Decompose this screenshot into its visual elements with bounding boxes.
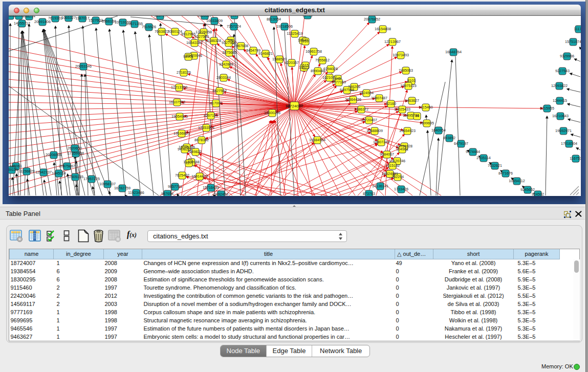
svg-text:988214: 988214 (23, 16, 35, 18)
svg-text:8813054: 8813054 (267, 17, 281, 21)
svg-text:12093822: 12093822 (551, 83, 568, 88)
svg-text:1244415: 1244415 (553, 98, 567, 103)
svg-text:8990448: 8990448 (311, 69, 325, 73)
svg-text:1615132: 1615132 (385, 163, 400, 168)
svg-text:9777169: 9777169 (332, 80, 346, 84)
svg-text:9857791: 9857791 (168, 184, 182, 189)
svg-text:20364436: 20364436 (345, 97, 361, 102)
svg-text:7632621: 7632621 (488, 163, 502, 168)
svg-text:11174: 11174 (574, 27, 581, 31)
svg-text:19692971: 19692971 (555, 128, 572, 133)
svg-text:44: 44 (415, 114, 419, 118)
svg-text:6479197: 6479197 (454, 141, 468, 146)
svg-text:16961758: 16961758 (306, 49, 322, 54)
svg-text:20998: 20998 (14, 16, 24, 18)
svg-text:15716485: 15716485 (203, 185, 219, 190)
svg-text:987654: 987654 (161, 191, 173, 196)
svg-text:16543382: 16543382 (186, 40, 203, 45)
svg-text:1065527: 1065527 (198, 16, 212, 18)
svg-text:8912955: 8912955 (181, 32, 195, 36)
svg-text:10973493: 10973493 (393, 53, 409, 57)
svg-text:9245652: 9245652 (520, 187, 535, 192)
svg-text:6497568: 6497568 (340, 87, 354, 92)
svg-text:910: 910 (302, 39, 309, 43)
svg-text:1527602: 1527602 (89, 18, 103, 23)
svg-text:9242848: 9242848 (219, 62, 233, 67)
svg-text:9360124: 9360124 (168, 29, 182, 34)
svg-text:9146821: 9146821 (258, 51, 273, 56)
svg-text:893892: 893892 (443, 136, 455, 140)
svg-text:19054925: 19054925 (171, 114, 188, 119)
svg-text:12505135: 12505135 (67, 174, 83, 179)
svg-text:116753: 116753 (570, 156, 581, 161)
svg-text:20053346: 20053346 (75, 64, 92, 69)
svg-text:19384554: 19384554 (309, 138, 325, 142)
svg-text:8427552: 8427552 (212, 89, 227, 93)
svg-text:19166825: 19166825 (173, 131, 190, 136)
svg-text:127: 127 (186, 161, 192, 165)
svg-text:18300295: 18300295 (264, 111, 280, 115)
svg-text:16782759: 16782759 (114, 186, 130, 190)
svg-text:20876852: 20876852 (364, 17, 380, 21)
svg-text:7485063: 7485063 (399, 68, 413, 73)
svg-text:98901: 98901 (183, 54, 193, 59)
svg-text:12213967: 12213967 (384, 39, 401, 44)
svg-text:2935114: 2935114 (476, 156, 490, 160)
svg-text:8267150: 8267150 (204, 113, 218, 118)
svg-text:417006: 417006 (210, 101, 222, 105)
svg-text:17957225: 17957225 (83, 177, 100, 181)
svg-text:19975115: 19975115 (400, 83, 416, 88)
svg-text:7663822: 7663822 (155, 29, 169, 34)
svg-text:1640954: 1640954 (431, 128, 446, 133)
svg-text:7515526: 7515526 (142, 25, 156, 29)
svg-text:615: 615 (302, 63, 309, 68)
svg-text:939159: 939159 (9, 167, 18, 172)
svg-text:16914479: 16914479 (191, 174, 208, 179)
svg-text:1092450: 1092450 (214, 192, 228, 196)
svg-text:12942737: 12942737 (35, 170, 52, 174)
svg-text:16671355: 16671355 (126, 21, 143, 26)
svg-text:14055712: 14055712 (14, 21, 30, 26)
svg-text:10688609: 10688609 (366, 128, 383, 133)
svg-text:818304: 818304 (228, 16, 241, 17)
svg-text:9084067: 9084067 (380, 152, 394, 157)
svg-text:2803144: 2803144 (216, 75, 231, 80)
svg-text:19218506: 19218506 (276, 24, 293, 29)
svg-text:62160: 62160 (386, 101, 396, 106)
svg-text:20206506: 20206506 (46, 152, 62, 157)
svg-text:8186328: 8186328 (207, 38, 221, 43)
svg-text:8678352: 8678352 (194, 138, 209, 142)
svg-text:16154808: 16154808 (375, 27, 391, 31)
svg-text:95723: 95723 (302, 16, 313, 17)
svg-text:2967608: 2967608 (234, 43, 248, 48)
svg-text:873763: 873763 (363, 191, 375, 196)
svg-text:3824554: 3824554 (359, 91, 374, 95)
svg-text:8215955: 8215955 (540, 106, 554, 111)
svg-text:1345114: 1345114 (52, 171, 66, 176)
svg-text:9474444: 9474444 (466, 149, 480, 154)
svg-text:16107552: 16107552 (169, 100, 185, 104)
svg-text:9329966: 9329966 (560, 54, 574, 58)
svg-text:1733426: 1733426 (394, 187, 408, 191)
svg-text:18724007: 18724007 (285, 104, 303, 108)
svg-text:924502: 924502 (532, 192, 544, 196)
svg-text:949822: 949822 (189, 149, 202, 154)
svg-text:3875685: 3875685 (222, 50, 236, 55)
svg-text:1065327: 1065327 (61, 16, 76, 20)
svg-text:6794028: 6794028 (323, 67, 338, 71)
svg-text:1187017: 1187017 (75, 16, 89, 20)
svg-text:2718176: 2718176 (177, 70, 191, 75)
svg-text:20975867: 20975867 (59, 164, 75, 168)
svg-text:12353504: 12353504 (198, 125, 214, 130)
svg-text:19654923: 19654923 (399, 128, 416, 133)
svg-text:11325419: 11325419 (287, 31, 302, 36)
svg-text:16033809: 16033809 (206, 18, 223, 23)
svg-text:8103: 8103 (407, 78, 416, 83)
svg-text:14136141: 14136141 (372, 184, 388, 188)
svg-text:104961: 104961 (396, 147, 408, 151)
svg-text:9115460: 9115460 (419, 105, 432, 110)
svg-text:2620650: 2620650 (68, 146, 82, 150)
svg-text:18807249: 18807249 (373, 140, 389, 144)
svg-text:8220357: 8220357 (285, 60, 299, 65)
svg-text:9463627: 9463627 (405, 98, 419, 103)
